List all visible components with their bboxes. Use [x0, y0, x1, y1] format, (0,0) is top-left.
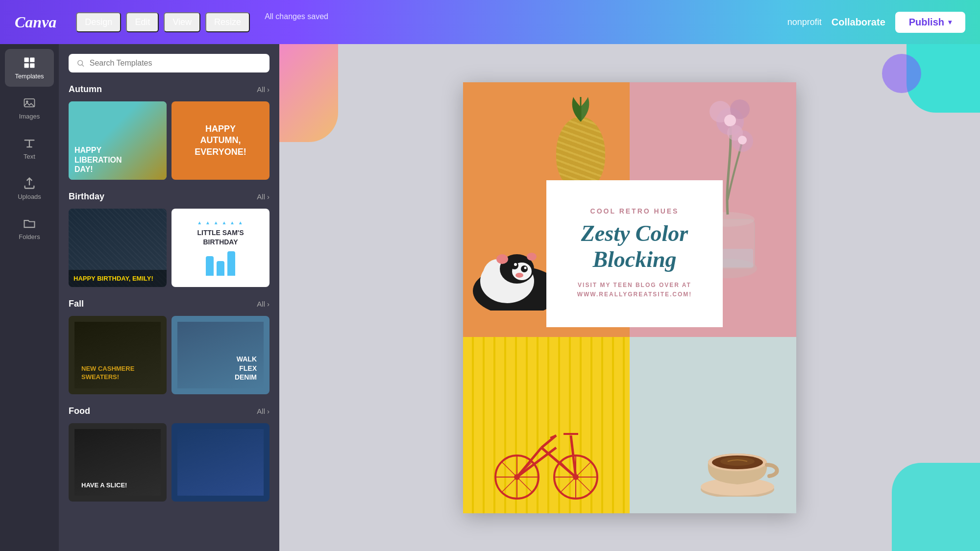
- nav-design[interactable]: Design: [76, 12, 121, 32]
- svg-rect-0: [24, 58, 29, 62]
- text-icon: [23, 136, 36, 150]
- fall-template-grid: NEW CASHMERESWEATERS! WALKFLEXDENIM: [69, 316, 270, 394]
- images-icon: [23, 96, 36, 110]
- bg-decoration-topright: [882, 44, 980, 132]
- autumn-1-text: HAPPYLIBERATIONDAY!: [74, 145, 122, 174]
- canvas-area: COOL RETRO HUES Zesty Color Blocking VIS…: [279, 44, 980, 551]
- save-status: All changes saved: [265, 12, 328, 32]
- fall-all-link[interactable]: All ›: [257, 300, 270, 308]
- autumn-all-link[interactable]: All ›: [257, 85, 270, 94]
- sidebar-item-images[interactable]: Images: [5, 89, 54, 127]
- uploads-icon: [23, 176, 36, 190]
- fall-section-header: Fall All ›: [69, 299, 270, 309]
- svg-rect-1: [30, 58, 34, 62]
- svg-point-18: [527, 253, 537, 261]
- birthday-2-text: LITTLE SAM'SBIRTHDAY: [197, 228, 244, 246]
- birthday-title: Birthday: [69, 192, 104, 202]
- uploads-label: Uploads: [18, 193, 41, 200]
- birthday-1-text: HAPPY BIRTHDAY, EMILY!: [74, 275, 162, 282]
- coffee-cup-illustration: [693, 418, 782, 497]
- fall-1-text: NEW CASHMERESWEATERS!: [81, 365, 134, 382]
- search-icon: [76, 59, 85, 68]
- app-header: Canva Design Edit View Resize All change…: [0, 0, 980, 44]
- sidebar-item-folders[interactable]: Folders: [5, 210, 54, 247]
- images-label: Images: [19, 113, 40, 120]
- nav-view[interactable]: View: [164, 12, 200, 32]
- svg-point-15: [524, 266, 527, 269]
- food-title: Food: [69, 406, 90, 416]
- food-1-text: HAVE A SLICE!: [81, 481, 127, 489]
- nav-resize[interactable]: Resize: [205, 12, 250, 32]
- food-template-1[interactable]: HAVE A SLICE!: [69, 423, 167, 502]
- design-canvas[interactable]: COOL RETRO HUES Zesty Color Blocking VIS…: [463, 82, 796, 513]
- svg-point-14: [521, 265, 528, 272]
- food-template-2[interactable]: [172, 423, 270, 502]
- birthday-template-1[interactable]: HAPPY BIRTHDAY, EMILY!: [69, 209, 167, 287]
- search-input[interactable]: [90, 59, 262, 68]
- search-bar[interactable]: [69, 54, 270, 72]
- sidebar-item-templates[interactable]: Templates: [5, 49, 54, 87]
- sidebar-item-uploads[interactable]: Uploads: [5, 169, 54, 207]
- food-template-grid: HAVE A SLICE!: [69, 423, 270, 502]
- birthday-all-link[interactable]: All ›: [257, 192, 270, 201]
- sidebar-item-text[interactable]: Text: [5, 129, 54, 167]
- autumn-2-text: HAPPYAUTUMN,EVERYONE!: [195, 123, 246, 158]
- canvas-title: Zesty Color Blocking: [561, 221, 708, 273]
- svg-point-17: [496, 254, 508, 264]
- publish-label: Publish: [909, 17, 944, 28]
- svg-point-16: [515, 273, 523, 278]
- birthday-template-grid: HAPPY BIRTHDAY, EMILY! ▲ ▲ ▲ ▲ ▲ ▲ LITTL…: [69, 209, 270, 287]
- icon-sidebar: Templates Images Text Uploads Folders: [0, 44, 59, 551]
- canvas-text-overlay: COOL RETRO HUES Zesty Color Blocking VIS…: [546, 180, 723, 327]
- bg-decoration-topleft: [279, 44, 338, 142]
- app-logo: Canva: [15, 13, 56, 31]
- folders-icon: [23, 216, 36, 230]
- fall-title: Fall: [69, 299, 84, 309]
- svg-point-29: [738, 136, 747, 144]
- autumn-template-grid: HAPPYLIBERATIONDAY! HAPPYAUTUMN,EVERYONE…: [69, 101, 270, 180]
- panel-collapse-handle[interactable]: [277, 286, 279, 310]
- fall-2-text: WALKFLEXDENIM: [235, 355, 257, 382]
- main-nav: Design Edit View Resize All changes save…: [76, 12, 787, 32]
- food-all-link[interactable]: All ›: [257, 407, 270, 415]
- svg-line-44: [541, 448, 576, 477]
- autumn-section-header: Autumn All ›: [69, 84, 270, 95]
- autumn-title: Autumn: [69, 84, 102, 95]
- svg-point-26: [724, 115, 736, 126]
- publish-button[interactable]: Publish ▾: [895, 12, 965, 33]
- svg-rect-3: [30, 63, 34, 68]
- birthday-1-overlay: HAPPY BIRTHDAY, EMILY!: [69, 270, 167, 287]
- birthday-template-2[interactable]: ▲ ▲ ▲ ▲ ▲ ▲ LITTLE SAM'SBIRTHDAY: [172, 209, 270, 287]
- birthday-section-header: Birthday All ›: [69, 192, 270, 202]
- bike-illustration: [488, 413, 605, 502]
- svg-rect-2: [24, 63, 29, 68]
- svg-point-13: [514, 263, 517, 266]
- publish-dropdown-arrow: ▾: [948, 18, 952, 26]
- templates-icon: [23, 56, 36, 70]
- nonprofit-button[interactable]: nonprofit: [787, 17, 822, 27]
- autumn-template-2[interactable]: HAPPYAUTUMN,EVERYONE!: [172, 101, 270, 180]
- fall-template-1[interactable]: NEW CASHMERESWEATERS!: [69, 316, 167, 394]
- folders-label: Folders: [19, 233, 40, 240]
- canvas-cell-bike: [463, 337, 630, 513]
- text-label: Text: [24, 153, 35, 160]
- bg-decoration-bottomright: [892, 463, 980, 551]
- autumn-template-1[interactable]: HAPPYLIBERATIONDAY!: [69, 101, 167, 180]
- collaborate-button[interactable]: Collaborate: [832, 17, 885, 28]
- templates-panel: Autumn All › HAPPYLIBERATIONDAY! HAPPYAU…: [59, 44, 279, 551]
- fall-template-2[interactable]: WALKFLEXDENIM: [172, 316, 270, 394]
- nav-edit[interactable]: Edit: [126, 12, 159, 32]
- header-right: nonprofit Collaborate Publish ▾: [787, 12, 965, 33]
- food-section-header: Food All ›: [69, 406, 270, 416]
- svg-point-55: [720, 457, 755, 466]
- canvas-cell-coffee: [630, 337, 796, 513]
- canvas-subtitle: COOL RETRO HUES: [590, 207, 679, 215]
- templates-label: Templates: [15, 72, 44, 80]
- canvas-body-text: VISIT MY TEEN BLOG OVER ATWWW.REALLYGREA…: [577, 281, 692, 299]
